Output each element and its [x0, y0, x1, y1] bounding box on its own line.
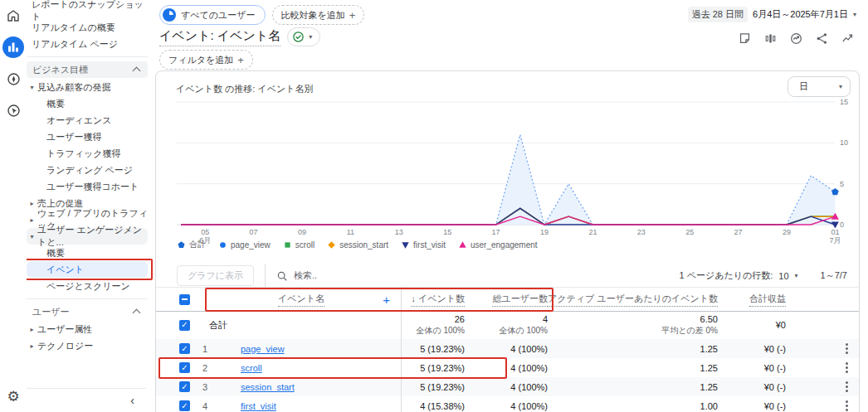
nav-realtime-pages[interactable]: リアルタイム ページ — [27, 36, 148, 52]
triangle_up-marker-icon — [458, 240, 467, 250]
nav-overview-engagement[interactable]: 概要 — [27, 245, 148, 261]
nav-item-label: トラフィック獲得 — [46, 148, 121, 160]
header-event-count[interactable]: ↓イベント数 — [400, 288, 465, 311]
legend-item-user_engagement[interactable]: user_engagement — [458, 240, 538, 250]
metric-value: 1.00 — [700, 401, 718, 411]
nav-user-acquisition-cohorts[interactable]: ユーザー獲得コホート — [27, 178, 148, 195]
table-totals-row: 合計 26全体の 100% 4全体の 100% 6.50平均との差 0% ¥0 — [156, 311, 859, 340]
report-status-badge[interactable]: ▾ — [287, 27, 320, 46]
totals-label: 合計 — [202, 311, 400, 339]
svg-text:13: 13 — [395, 228, 403, 236]
insights-icon[interactable] — [789, 32, 803, 46]
page-title: イベント: イベント名 — [159, 28, 280, 46]
nav-group-user-engagement[interactable]: ▾ユーザー エンゲージメントと... — [27, 228, 148, 245]
rows-per-page-value[interactable]: 10 — [778, 271, 788, 281]
note-icon[interactable] — [738, 32, 752, 46]
table-row-page_view: 1page_view5 (19.23%)4 (100%)1.25¥0 (-) — [156, 339, 859, 358]
nav-group-user-attributes[interactable]: ▸ユーザー属性 — [27, 321, 148, 337]
select-all-checkbox[interactable] — [179, 294, 190, 305]
table-search[interactable]: 検索.. — [276, 269, 317, 282]
share-icon[interactable] — [815, 32, 829, 46]
row-menu-kebab-icon[interactable] — [843, 341, 851, 356]
chevron-down-icon[interactable]: ▾ — [795, 272, 798, 279]
nav-realtime-overview[interactable]: リアルタイムの概要 — [27, 19, 148, 36]
totals-checkbox[interactable] — [179, 320, 190, 331]
explore-chart-icon[interactable] — [841, 32, 855, 46]
events-trend-chart: 051015056月070911131517192123252729017月 — [156, 71, 859, 250]
nav-landing-pages[interactable]: ランディング ページ — [27, 162, 148, 178]
nav-item-label: ユーザー獲得 — [46, 131, 102, 143]
explore-icon[interactable] — [0, 63, 27, 95]
row-menu-kebab-icon[interactable] — [843, 379, 851, 395]
chevron-collapsed-icon: ▸ — [27, 326, 37, 333]
nav-report-snapshot[interactable]: レポートのスナップショット — [27, 2, 148, 19]
metric-value: 5 (19.23%) — [420, 344, 465, 354]
header-checkbox-cell — [156, 288, 202, 311]
metric-value: 1.25 — [700, 344, 718, 354]
event-name-link[interactable]: scroll — [241, 363, 262, 373]
chevron-down-icon: ▾ — [309, 33, 312, 41]
dimension-header-label: イベント名 — [278, 293, 324, 307]
nav-section-user[interactable]: ユーザー — [27, 303, 148, 320]
report-action-icons — [738, 32, 855, 46]
nav-user-acquisition[interactable]: ユーザー獲得 — [27, 128, 148, 145]
row-checkbox[interactable] — [179, 381, 190, 392]
row-checkbox[interactable] — [179, 343, 190, 354]
row-menu-kebab-icon[interactable] — [843, 398, 851, 412]
nav-pages-screens[interactable]: ページとスクリーン — [27, 278, 148, 294]
event-name-link[interactable]: session_start — [241, 382, 295, 392]
event-name-link[interactable]: first_visit — [241, 401, 276, 411]
pentagon-marker-icon — [177, 240, 186, 250]
nav-audiences[interactable]: オーディエンス — [27, 112, 148, 128]
legend-item-first_visit[interactable]: first_visit — [401, 240, 446, 250]
chevron-expanded-icon: ▾ — [27, 84, 37, 91]
advertising-icon[interactable] — [0, 95, 27, 126]
add-comparison-chip[interactable]: 比較対象を追加 + — [272, 5, 365, 25]
show-in-chart-button[interactable]: グラフに表示 — [177, 265, 254, 286]
metric-value: 4 (15.38%) — [420, 401, 465, 411]
row-checkbox[interactable] — [179, 362, 190, 373]
nav-section-business-goals[interactable]: ビジネス目標 — [27, 61, 148, 78]
chevron-down-icon: ▾ — [839, 83, 842, 90]
add-column-icon[interactable]: + — [383, 293, 390, 307]
table-toolbar: グラフに表示 検索.. 1 ページあたりの行数: 10 ▾ 1～7/7 — [156, 264, 859, 287]
interval-selector[interactable]: 日 ▾ — [788, 76, 851, 97]
collapse-nav-button[interactable]: ‹ — [130, 394, 134, 407]
all-users-segment-chip[interactable]: すべてのユーザー — [159, 5, 266, 25]
row-menu-kebab-icon[interactable] — [843, 360, 851, 376]
nav-overview-lead[interactable]: 概要 — [27, 95, 148, 112]
report-navigation: レポートのスナップショットリアルタイムの概要リアルタイム ページビジネス目標▾見… — [27, 0, 154, 412]
metric-value: 5 (19.23%) — [420, 382, 465, 392]
svg-text:10: 10 — [840, 138, 848, 147]
comparison-icon[interactable] — [763, 32, 778, 46]
row-checkbox[interactable] — [179, 400, 190, 411]
legend-item-session_start[interactable]: session_start — [327, 240, 388, 250]
rows-per-page-label: 1 ページあたりの行数: — [680, 269, 773, 282]
header-total-users[interactable]: 総ユーザー数 — [465, 288, 548, 311]
settings-gear-icon[interactable]: ⚙ — [0, 384, 27, 409]
nav-events[interactable]: イベント — [27, 261, 148, 278]
nav-group-lead-generation[interactable]: ▾見込み顧客の発掘 — [27, 79, 148, 95]
metric-value: ¥0 (-) — [764, 344, 786, 354]
check-circle-icon — [292, 31, 305, 43]
chart-legend: 合計page_viewscrollsession_startfirst_visi… — [177, 239, 538, 250]
event-name-link[interactable]: page_view — [241, 344, 285, 354]
legend-item-page_view[interactable]: page_view — [218, 240, 271, 250]
nav-item-label: リアルタイム ページ — [32, 38, 118, 51]
header-events-per-active-user[interactable]: アクティブ ユーザーあたりのイベント数 — [548, 288, 718, 311]
home-icon[interactable] — [0, 0, 27, 32]
add-filter-chip[interactable]: フィルタを追加 + — [159, 50, 253, 70]
date-range-selector[interactable]: 過去 28 日間 6月4日～2025年7月1日 ▾ — [688, 7, 856, 22]
date-range-value: 6月4日～2025年7月1日 — [753, 8, 848, 21]
legend-item-scroll[interactable]: scroll — [283, 240, 315, 250]
row-number: 2 — [202, 358, 227, 377]
reports-icon[interactable] — [0, 32, 27, 63]
dimension-header-cell[interactable]: イベント名 + — [202, 288, 400, 311]
nav-group-technology[interactable]: ▸テクノロジー — [27, 337, 148, 354]
nav-traffic-acquisition[interactable]: トラフィック獲得 — [27, 145, 148, 162]
sidebar-divider — [27, 388, 146, 389]
header-total-revenue[interactable]: 合計収益 — [718, 288, 786, 311]
legend-item-totaltotal[interactable]: 合計 — [177, 239, 206, 250]
table-header-row: イベント名 + ↓イベント数 総ユーザー数 アクティブ ユーザーあたりのイベント… — [156, 287, 859, 312]
search-icon — [276, 270, 288, 282]
